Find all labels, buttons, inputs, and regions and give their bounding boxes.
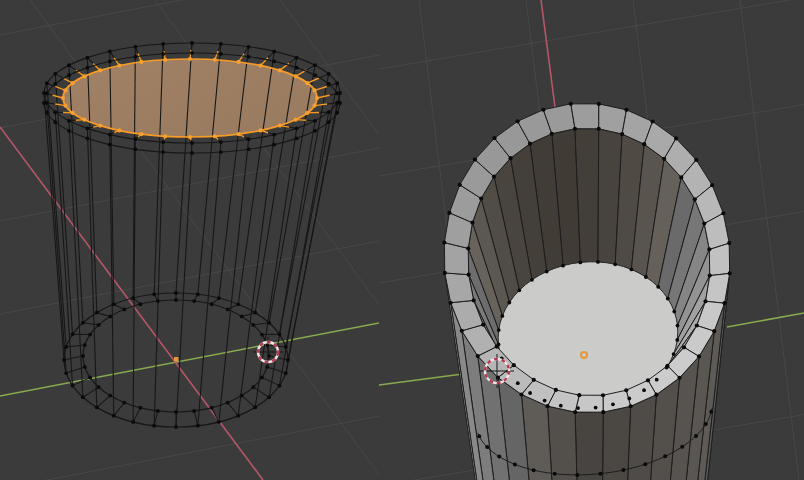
viewport-3d-right-solid[interactable] — [379, 0, 804, 480]
viewport-3d-left-wireframe[interactable] — [0, 0, 379, 480]
object-origin-icon — [174, 357, 179, 362]
cylinder-solid-mesh[interactable] — [442, 102, 731, 480]
blender-window — [0, 0, 804, 480]
